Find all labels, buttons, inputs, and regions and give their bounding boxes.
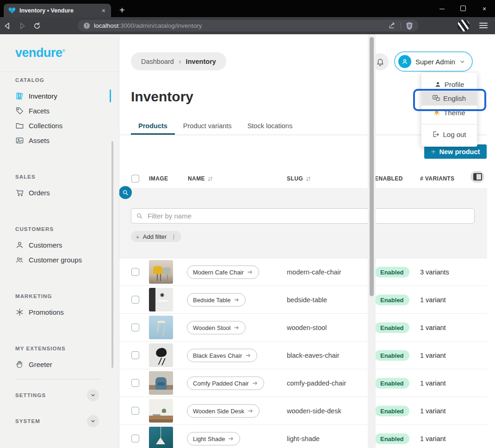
tab-close-icon[interactable]: × <box>101 7 106 14</box>
breadcrumb-dashboard[interactable]: Dashboard <box>141 58 174 65</box>
menu-item-language[interactable]: A English <box>421 91 477 106</box>
user-menu-button[interactable]: Super Admin <box>394 51 473 72</box>
columns-icon <box>473 173 482 180</box>
chevron-down-icon[interactable] <box>87 415 99 427</box>
table-row: Light Shade light-shade Enabled 1 varian… <box>119 425 487 448</box>
row-checkbox[interactable] <box>131 268 139 276</box>
sidebar-item-greeter[interactable]: Greeter <box>0 357 119 372</box>
sidebar-item-customers[interactable]: Customers <box>0 237 119 252</box>
sidebar-item-promotions[interactable]: Promotions <box>0 305 119 319</box>
filter-by-name-input[interactable] <box>147 212 470 220</box>
back-button[interactable] <box>0 22 15 30</box>
breadcrumb-inventory[interactable]: Inventory <box>186 58 216 65</box>
product-image <box>149 288 173 311</box>
column-header-enabled: ENABLED <box>375 175 403 182</box>
product-slug: black-eaves-chair <box>287 352 340 359</box>
forward-button[interactable] <box>15 22 30 30</box>
row-checkbox[interactable] <box>131 351 139 359</box>
product-name-link[interactable]: Black Eaves Chair <box>187 348 257 362</box>
column-header-name[interactable]: NAME <box>188 175 213 182</box>
logout-icon <box>432 131 439 138</box>
sidebar-divider <box>15 379 100 380</box>
sidebar-item-customer-groups[interactable]: Customer groups <box>0 252 119 267</box>
sun-icon <box>433 109 440 116</box>
page-scrollbar[interactable] <box>368 34 376 448</box>
reload-button[interactable] <box>30 22 44 30</box>
row-checkbox[interactable] <box>131 296 139 304</box>
toolbar-divider <box>401 23 401 29</box>
add-filter-button[interactable]: + Add filter ⋮ <box>131 231 181 242</box>
tab-stock-locations[interactable]: Stock locations <box>240 122 300 135</box>
tab-products[interactable]: Products <box>131 122 175 135</box>
site-info-icon[interactable] <box>83 22 90 29</box>
filter-input-wrap[interactable] <box>131 208 475 224</box>
product-name-link[interactable]: Modern Cafe Chair <box>187 265 259 279</box>
product-name-link[interactable]: Comfy Padded Chair <box>187 376 264 390</box>
product-image <box>149 260 173 284</box>
column-settings-button[interactable] <box>470 171 484 183</box>
arrow-right-icon <box>247 269 253 275</box>
product-name-link[interactable]: Light Shade <box>187 432 240 445</box>
variant-count: 3 variants <box>420 268 449 276</box>
window-maximize-button[interactable] <box>452 5 474 12</box>
sidebar-item-label: Facets <box>29 107 50 115</box>
window-minimize-button[interactable] <box>431 5 452 12</box>
product-name-link[interactable]: Wooden Side Desk <box>187 404 260 417</box>
product-slug: bedside-table <box>287 296 327 304</box>
sidebar-item-facets[interactable]: Facets <box>0 103 119 118</box>
status-badge: Enabled <box>375 294 409 305</box>
sidebar-item-collections[interactable]: Collections <box>0 118 119 133</box>
browser-profile-avatar[interactable] <box>458 19 470 31</box>
scrollbar-thumb[interactable] <box>370 37 374 296</box>
share-icon[interactable] <box>388 22 396 30</box>
sidebar-item-assets[interactable]: Assets <box>0 133 119 148</box>
menu-item-profile[interactable]: Profile <box>421 77 477 91</box>
search-toggle-button[interactable] <box>119 186 132 199</box>
section-label-my-extensions: MY EXTENSIONS <box>15 346 119 353</box>
browser-titlebar: Inventory • Vendure × + × <box>0 0 495 17</box>
sidebar-item-orders[interactable]: Orders <box>0 185 119 200</box>
row-checkbox[interactable] <box>131 324 139 331</box>
status-badge: Enabled <box>375 378 409 388</box>
chevron-down-icon[interactable] <box>87 389 99 401</box>
browser-menu-icon[interactable] <box>479 23 488 30</box>
column-header-slug[interactable]: SLUG <box>287 175 311 182</box>
sidebar-item-label: Promotions <box>29 308 64 316</box>
brave-shield-icon[interactable] <box>406 22 413 30</box>
menu-item-theme[interactable]: Theme <box>421 106 477 119</box>
sort-icon <box>305 176 311 182</box>
arrow-right-icon <box>252 380 258 386</box>
row-checkbox[interactable] <box>131 407 139 415</box>
kebab-menu-icon[interactable]: ⋮ <box>171 233 177 240</box>
waving-hand-icon <box>15 360 24 369</box>
avatar <box>398 55 411 68</box>
browser-toolbar: localhost:3000/admin/catalog/inventory <box>0 17 495 34</box>
url-text[interactable]: localhost:3000/admin/catalog/inventory <box>94 22 388 29</box>
menu-item-logout[interactable]: Log out <box>421 127 477 141</box>
new-tab-button[interactable]: + <box>119 4 125 17</box>
product-name-link[interactable]: Wooden Stool <box>187 321 246 334</box>
sidebar-item-label: Greeter <box>29 361 52 368</box>
arrow-right-icon <box>245 352 251 358</box>
sidebar-section-system[interactable]: SYSTEM <box>0 411 119 431</box>
sidebar-scrollbar[interactable] <box>111 141 113 368</box>
row-checkbox[interactable] <box>131 379 139 387</box>
row-checkbox[interactable] <box>131 435 139 442</box>
section-label-marketing: MARKETING <box>15 293 119 301</box>
product-name-link[interactable]: Bedside Table <box>187 293 246 306</box>
breadcrumb[interactable]: Dashboard › Inventory <box>131 52 226 70</box>
address-bar[interactable]: localhost:3000/admin/catalog/inventory <box>78 20 419 31</box>
browser-window: Inventory • Vendure × + × localhost:3000… <box>0 0 495 448</box>
sort-icon <box>207 176 213 182</box>
browser-tab[interactable]: Inventory • Vendure × <box>4 4 111 17</box>
filter-section: + Add filter ⋮ <box>119 188 487 258</box>
variant-count: 1 variant <box>420 380 446 387</box>
vendure-logo[interactable]: vendure® <box>0 34 119 72</box>
sidebar-section-settings[interactable]: SETTINGS <box>0 385 119 405</box>
select-all-checkbox[interactable] <box>131 175 139 183</box>
sidebar-item-inventory[interactable]: Inventory <box>0 88 119 103</box>
tab-product-variants[interactable]: Product variants <box>176 122 239 135</box>
product-slug: comfy-padded-chair <box>287 380 346 387</box>
product-slug: wooden-stool <box>287 324 327 331</box>
window-close-button[interactable]: × <box>474 5 495 12</box>
